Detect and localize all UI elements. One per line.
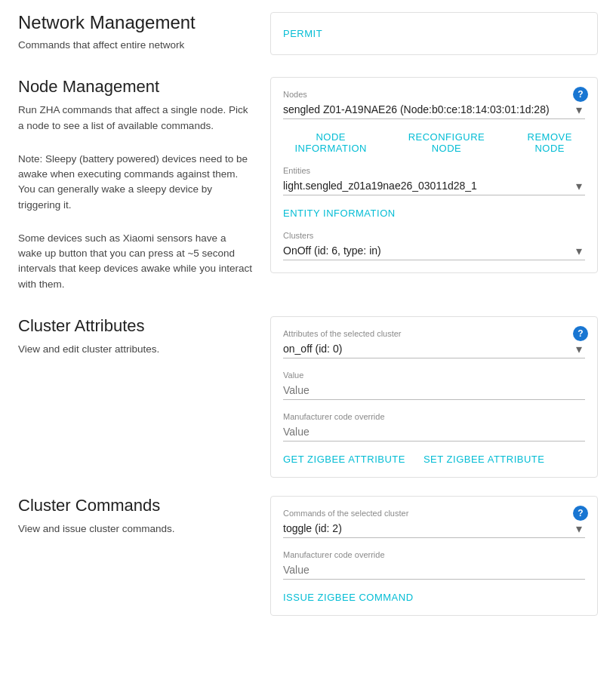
cluster-commands-section: Cluster Commands View and issue cluster …: [18, 496, 598, 616]
attr-value-input-wrapper[interactable]: [283, 381, 585, 400]
cluster-attributes-title: Cluster Attributes: [18, 316, 252, 336]
cmd-select-label: Commands of the selected cluster: [283, 509, 585, 518]
attr-action-buttons: GET ZIGBEE ATTRIBUTE SET ZIGBEE ATTRIBUT…: [283, 454, 585, 465]
attr-mfr-input-wrapper[interactable]: [283, 423, 585, 441]
cmd-mfr-input[interactable]: [283, 561, 585, 579]
attr-value-label: Value: [283, 371, 585, 380]
entity-information-button[interactable]: ENTITY INFORMATION: [283, 208, 396, 219]
node-management-right: ? Nodes sengled Z01-A19NAE26 (Node:b0:ce…: [270, 77, 598, 273]
get-zigbee-attribute-button[interactable]: GET ZIGBEE ATTRIBUTE: [283, 454, 405, 465]
clusters-select-wrapper[interactable]: OnOff (id: 6, type: in) ▾: [283, 242, 585, 260]
nodes-label: Nodes: [283, 90, 585, 99]
issue-zigbee-command-button[interactable]: ISSUE ZIGBEE COMMAND: [283, 592, 414, 603]
node-management-left: Node Management Run ZHA commands that af…: [18, 77, 252, 298]
attr-mfr-label: Manufacturer code override: [283, 412, 585, 421]
node-management-section: Node Management Run ZHA commands that af…: [18, 77, 598, 298]
permit-button[interactable]: PERMIT: [283, 25, 322, 42]
entity-action-buttons: ENTITY INFORMATION: [283, 208, 585, 219]
node-action-buttons: NODE INFORMATION RECONFIGURE NODE REMOVE…: [283, 131, 585, 154]
entities-select-wrapper[interactable]: light.sengled_z01a19nae26_03011d28_1 ▾: [283, 177, 585, 195]
cluster-cmd-help-icon[interactable]: ?: [573, 506, 588, 521]
nodes-select-wrapper[interactable]: sengled Z01-A19NAE26 (Node:b0:ce:18:14:0…: [283, 100, 585, 119]
network-management-section: Network Management Commands that affect …: [18, 12, 598, 59]
cluster-attributes-left: Cluster Attributes View and edit cluster…: [18, 316, 252, 363]
cluster-commands-title: Cluster Commands: [18, 496, 252, 515]
cluster-commands-desc: View and issue cluster commands.: [18, 521, 252, 537]
reconfigure-node-button[interactable]: RECONFIGURE NODE: [396, 131, 496, 154]
cluster-attr-help-icon[interactable]: ?: [573, 326, 588, 341]
cluster-attributes-right: ? Attributes of the selected cluster on_…: [270, 316, 598, 478]
attr-select-wrapper[interactable]: on_off (id: 0) ▾: [283, 340, 585, 358]
cmd-select-wrapper[interactable]: toggle (id: 2) ▾: [283, 519, 585, 538]
clusters-label: Clusters: [283, 231, 585, 240]
network-management-card: PERMIT: [270, 12, 598, 55]
network-management-right: PERMIT: [270, 12, 598, 55]
node-management-desc3: Some devices such as Xiaomi sensors have…: [18, 231, 252, 292]
cluster-attributes-section: Cluster Attributes View and edit cluster…: [18, 316, 598, 478]
cmd-mfr-label: Manufacturer code override: [283, 550, 585, 559]
entities-select[interactable]: light.sengled_z01a19nae26_03011d28_1: [283, 177, 585, 195]
network-management-title: Network Management: [18, 12, 252, 33]
nodes-select[interactable]: sengled Z01-A19NAE26 (Node:b0:ce:18:14:0…: [283, 100, 585, 118]
clusters-select[interactable]: OnOff (id: 6, type: in): [283, 242, 585, 260]
attr-value-input[interactable]: [283, 381, 585, 399]
cmd-action-buttons: ISSUE ZIGBEE COMMAND: [283, 592, 585, 603]
attr-select-label: Attributes of the selected cluster: [283, 329, 585, 338]
cluster-commands-right: ? Commands of the selected cluster toggl…: [270, 496, 598, 616]
node-management-title: Node Management: [18, 77, 252, 97]
entities-label: Entities: [283, 166, 585, 175]
cluster-commands-card: ? Commands of the selected cluster toggl…: [270, 496, 598, 616]
remove-node-button[interactable]: REMOVE NODE: [514, 131, 585, 154]
node-information-button[interactable]: NODE INFORMATION: [283, 131, 378, 154]
network-management-left: Network Management Commands that affect …: [18, 12, 252, 59]
set-zigbee-attribute-button[interactable]: SET ZIGBEE ATTRIBUTE: [424, 454, 545, 465]
node-management-card: ? Nodes sengled Z01-A19NAE26 (Node:b0:ce…: [270, 77, 598, 273]
cmd-select[interactable]: toggle (id: 2): [283, 519, 585, 537]
node-help-icon[interactable]: ?: [573, 87, 588, 102]
attr-select[interactable]: on_off (id: 0): [283, 340, 585, 358]
network-management-desc: Commands that affect entire network: [18, 38, 252, 53]
attr-mfr-input[interactable]: [283, 423, 585, 441]
cluster-attributes-desc: View and edit cluster attributes.: [18, 342, 252, 357]
cluster-attributes-card: ? Attributes of the selected cluster on_…: [270, 316, 598, 478]
node-management-desc2: Note: Sleepy (battery powered) devices n…: [18, 152, 252, 213]
cmd-mfr-input-wrapper[interactable]: [283, 561, 585, 580]
node-management-desc1: Run ZHA commands that affect a single no…: [18, 103, 252, 134]
cluster-commands-left: Cluster Commands View and issue cluster …: [18, 496, 252, 543]
